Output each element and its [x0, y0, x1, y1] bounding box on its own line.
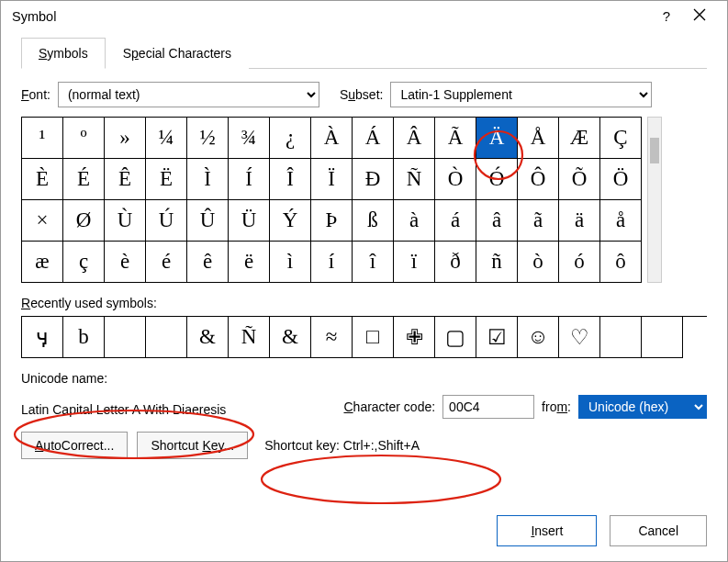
tab-symbols[interactable]: SSymbolsymbols — [21, 38, 106, 69]
symbol-cell[interactable]: Þ — [311, 200, 353, 242]
symbol-cell[interactable]: ä — [559, 200, 600, 242]
recent-cell[interactable]: & — [187, 317, 229, 358]
symbol-cell[interactable]: ¹ — [22, 118, 63, 159]
symbol-cell[interactable]: Î — [270, 159, 311, 200]
symbol-cell[interactable]: À — [311, 118, 353, 159]
symbol-cell[interactable]: Ý — [270, 200, 311, 242]
symbol-cell[interactable]: Í — [229, 159, 270, 200]
symbol-cell[interactable]: ß — [353, 200, 394, 242]
close-button[interactable] — [683, 8, 716, 24]
symbol-cell[interactable]: ç — [63, 242, 105, 283]
symbol-cell[interactable]: Á — [353, 118, 394, 159]
recent-cell[interactable]: □ — [353, 317, 394, 358]
symbol-cell[interactable]: à — [394, 200, 435, 242]
symbol-cell[interactable]: ¿ — [270, 118, 311, 159]
recent-cell[interactable]: ӌ — [22, 317, 63, 358]
symbol-cell[interactable]: ¾ — [229, 118, 270, 159]
symbol-cell[interactable]: æ — [22, 242, 63, 283]
symbol-cell[interactable]: Ä — [476, 118, 518, 159]
symbol-cell[interactable]: Ï — [311, 159, 353, 200]
symbol-cell[interactable]: ì — [270, 242, 311, 283]
symbol-cell[interactable]: Õ — [559, 159, 600, 200]
symbol-cell[interactable]: Å — [518, 118, 559, 159]
symbol-cell[interactable]: ð — [435, 242, 476, 283]
recent-cell[interactable] — [146, 317, 187, 358]
subset-label: Subset:Subset: — [340, 87, 384, 102]
recent-cell[interactable]: ♡ — [559, 317, 600, 358]
symbol-cell[interactable]: Ã — [435, 118, 476, 159]
recent-cell[interactable] — [642, 317, 683, 358]
unicode-name-value: Latin Capital Letter A With Diaeresis — [21, 402, 226, 417]
symbol-cell[interactable]: Ñ — [394, 159, 435, 200]
symbol-cell[interactable]: Ü — [229, 200, 270, 242]
svg-point-4 — [262, 455, 500, 503]
symbol-cell[interactable]: ï — [394, 242, 435, 283]
recent-cell[interactable]: ✙ — [394, 317, 435, 358]
recent-cell[interactable]: ☺ — [518, 317, 559, 358]
grid-scrollbar[interactable] — [647, 117, 662, 283]
symbol-cell[interactable]: í — [311, 242, 353, 283]
font-select[interactable]: (normal text) — [58, 82, 319, 107]
symbol-cell[interactable]: » — [105, 118, 146, 159]
recent-cell[interactable]: Ñ — [229, 317, 270, 358]
recent-grid[interactable]: ӌb&Ñ&≈□✙▢☑☺♡ — [21, 316, 707, 358]
symbol-cell[interactable]: Æ — [559, 118, 600, 159]
symbol-grid[interactable]: ¹º»¼½¾¿ÀÁÂÃÄÅÆÇÈÉÊËÌÍÎÏÐÑÒÓÔÕÖ×ØÙÚÛÜÝÞßà… — [21, 117, 642, 283]
symbol-cell[interactable]: É — [63, 159, 105, 200]
symbol-cell[interactable]: Ë — [146, 159, 187, 200]
unicode-name-label: Unicode name: — [21, 371, 707, 386]
symbol-cell[interactable]: ê — [187, 242, 229, 283]
symbol-cell[interactable]: ô — [600, 242, 642, 283]
symbol-cell[interactable]: Ð — [353, 159, 394, 200]
symbol-cell[interactable]: Ì — [187, 159, 229, 200]
help-button[interactable]: ? — [650, 8, 683, 24]
symbol-cell[interactable]: ¼ — [146, 118, 187, 159]
symbol-cell[interactable]: á — [435, 200, 476, 242]
subset-select[interactable]: Latin-1 Supplement — [390, 82, 652, 107]
recent-cell[interactable]: b — [63, 317, 105, 358]
symbol-cell[interactable]: Ô — [518, 159, 559, 200]
symbol-cell[interactable]: Ê — [105, 159, 146, 200]
symbol-cell[interactable]: â — [476, 200, 518, 242]
shortcut-key-button[interactable]: Shortcut Key...Shortcut Key... — [137, 432, 248, 459]
title-bar: Symbol ? — [1, 1, 727, 31]
symbol-cell[interactable]: ã — [518, 200, 559, 242]
symbol-cell[interactable]: Â — [394, 118, 435, 159]
recent-cell[interactable] — [600, 317, 642, 358]
charcode-input[interactable] — [442, 395, 534, 419]
symbol-cell[interactable]: Û — [187, 200, 229, 242]
symbol-cell[interactable]: ò — [518, 242, 559, 283]
symbol-cell[interactable]: Ó — [476, 159, 518, 200]
symbol-cell[interactable]: ó — [559, 242, 600, 283]
tab-special-characters[interactable]: Special CharactersSpecial Characters — [106, 38, 249, 69]
symbol-cell[interactable]: È — [22, 159, 63, 200]
recent-cell[interactable]: ▢ — [435, 317, 476, 358]
symbol-cell[interactable]: ñ — [476, 242, 518, 283]
recent-cell[interactable]: & — [270, 317, 311, 358]
autocorrect-button[interactable]: AutoCorrect...AutoCorrect... — [21, 432, 128, 459]
symbol-cell[interactable]: å — [600, 200, 642, 242]
symbol-cell[interactable]: Ç — [600, 118, 642, 159]
symbol-cell[interactable]: × — [22, 200, 63, 242]
dialog-footer: InsertInsert Cancel — [497, 515, 707, 546]
window-title: Symbol — [12, 9, 650, 24]
symbol-cell[interactable]: Ù — [105, 200, 146, 242]
recent-cell[interactable]: ≈ — [311, 317, 353, 358]
symbol-cell[interactable]: Ø — [63, 200, 105, 242]
insert-button[interactable]: InsertInsert — [497, 515, 597, 546]
symbol-cell[interactable]: î — [353, 242, 394, 283]
recent-cell[interactable]: ☑ — [476, 317, 518, 358]
recent-cell[interactable] — [105, 317, 146, 358]
symbol-cell[interactable]: ë — [229, 242, 270, 283]
symbol-cell[interactable]: é — [146, 242, 187, 283]
symbol-cell[interactable]: Ú — [146, 200, 187, 242]
symbol-cell[interactable]: Ö — [600, 159, 642, 200]
scrollbar-thumb[interactable] — [650, 138, 659, 163]
symbol-cell[interactable]: Ò — [435, 159, 476, 200]
from-select[interactable]: Unicode (hex) — [578, 395, 707, 419]
shortcut-text: Shortcut key: Ctrl+:,Shift+A — [264, 438, 420, 453]
symbol-cell[interactable]: è — [105, 242, 146, 283]
cancel-button[interactable]: Cancel — [610, 515, 707, 546]
symbol-cell[interactable]: ½ — [187, 118, 229, 159]
symbol-cell[interactable]: º — [63, 118, 105, 159]
